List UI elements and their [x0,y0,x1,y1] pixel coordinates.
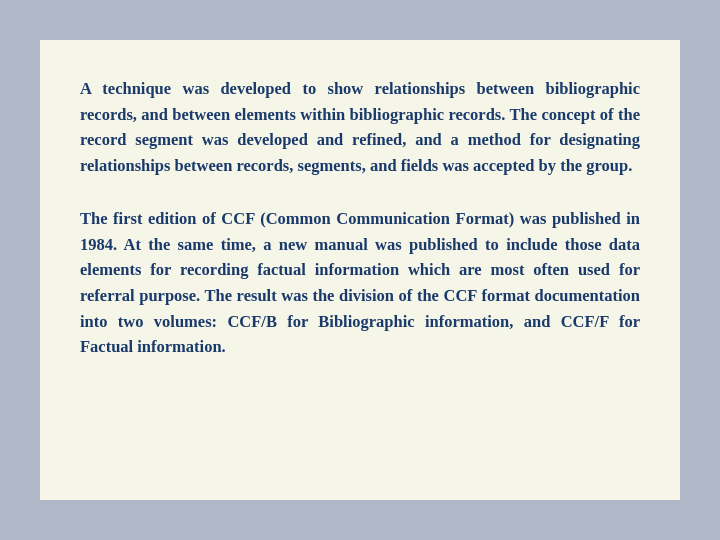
content-box: A technique was developed to show relati… [40,40,680,500]
page-background: A technique was developed to show relati… [0,0,720,540]
paragraph-2: The first edition of CCF (Common Communi… [80,206,640,359]
paragraph-1: A technique was developed to show relati… [80,76,640,178]
